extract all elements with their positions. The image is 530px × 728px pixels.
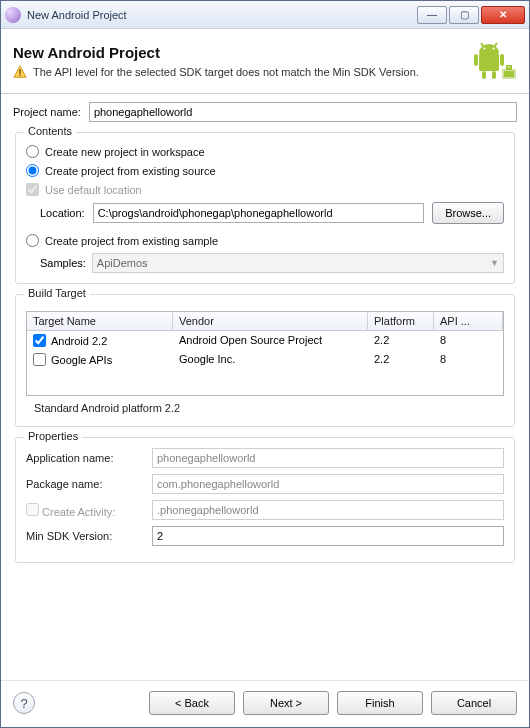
radio-create-sample[interactable]: Create project from existing sample [26,234,504,247]
location-label: Location: [40,207,85,219]
appname-label: Application name: [26,452,144,464]
minimize-button[interactable]: — [417,6,447,24]
properties-legend: Properties [24,430,82,442]
radio-create-workspace[interactable]: Create new project in workspace [26,145,504,158]
appname-input [152,448,504,468]
radio-create-existing[interactable]: Create project from existing source [26,164,504,177]
target-check-0[interactable] [33,334,46,347]
build-target-legend: Build Target [24,287,90,299]
samples-select: ApiDemos ▼ [92,253,504,273]
contents-legend: Contents [24,125,76,137]
package-label: Package name: [26,478,144,490]
location-input[interactable] [93,203,424,223]
button-bar: ? < Back Next > Finish Cancel [1,680,529,727]
wizard-header: New Android Project The API level for th… [1,29,529,94]
col-platform[interactable]: Platform [368,312,434,331]
svg-rect-12 [504,71,514,77]
dialog-window: New Android Project — ▢ ✕ New Android Pr… [0,0,530,728]
svg-rect-5 [482,71,486,79]
window-buttons: — ▢ ✕ [417,6,525,24]
warning-icon [13,65,27,79]
table-header-row: Target Name Vendor Platform API ... [27,312,503,331]
browse-button[interactable]: Browse... [432,202,504,224]
window-title: New Android Project [27,9,417,21]
project-name-label: Project name: [13,106,81,118]
table-row[interactable]: Android 2.2 Android Open Source Project … [27,331,503,350]
next-button[interactable]: Next > [243,691,329,715]
check-use-default-input [26,183,39,196]
build-target-group: Build Target Target Name Vendor Platform… [15,294,515,427]
svg-point-14 [508,66,510,68]
chevron-down-icon: ▼ [490,258,499,268]
properties-group: Properties Application name: Package nam… [15,437,515,563]
check-use-default: Use default location [26,183,504,196]
cancel-button[interactable]: Cancel [431,691,517,715]
target-check-1[interactable] [33,353,46,366]
app-icon [5,7,21,23]
help-button[interactable]: ? [13,692,35,714]
svg-rect-0 [19,69,20,73]
maximize-button[interactable]: ▢ [449,6,479,24]
radio-create-existing-input[interactable] [26,164,39,177]
create-activity-check [26,503,39,516]
svg-rect-2 [479,53,499,71]
minsdk-label: Min SDK Version: [26,530,144,542]
targets-table: Target Name Vendor Platform API ... Andr… [26,311,504,396]
radio-create-workspace-input[interactable] [26,145,39,158]
finish-button[interactable]: Finish [337,691,423,715]
radio-create-sample-input[interactable] [26,234,39,247]
svg-rect-3 [474,54,478,66]
build-target-description: Standard Android platform 2.2 [26,396,504,416]
svg-rect-1 [19,74,20,75]
col-api[interactable]: API ... [434,312,503,331]
titlebar[interactable]: New Android Project — ▢ ✕ [1,1,529,29]
contents-group: Contents Create new project in workspace… [15,132,515,284]
android-icon [469,37,517,85]
svg-rect-4 [500,54,504,66]
create-activity-label: Create Activity: [26,503,144,518]
warning-text: The API level for the selected SDK targe… [33,66,419,78]
project-name-input[interactable] [89,102,517,122]
package-input [152,474,504,494]
samples-value: ApiDemos [97,257,148,269]
close-button[interactable]: ✕ [481,6,525,24]
page-title: New Android Project [13,44,469,61]
svg-line-8 [494,43,497,47]
samples-label: Samples: [40,257,86,269]
col-target-name[interactable]: Target Name [27,312,173,331]
table-row[interactable]: Google APIs Google Inc. 2.2 8 [27,350,503,369]
svg-point-9 [483,47,485,49]
minsdk-input[interactable] [152,526,504,546]
create-activity-input [152,500,504,520]
svg-rect-6 [492,71,496,79]
back-button[interactable]: < Back [149,691,235,715]
col-vendor[interactable]: Vendor [173,312,368,331]
svg-line-7 [481,43,484,47]
svg-point-10 [492,47,494,49]
